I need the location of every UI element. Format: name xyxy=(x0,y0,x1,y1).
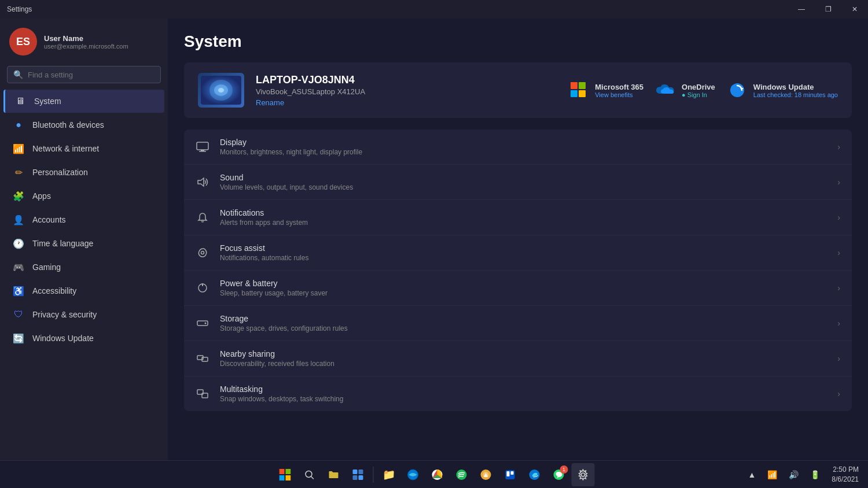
sidebar-item-label: Network & internet xyxy=(32,144,99,153)
rename-link[interactable]: Rename xyxy=(256,98,557,107)
settings-item-multitasking[interactable]: Multitasking Snap windows, desktops, tas… xyxy=(184,376,852,411)
sidebar-item-label: Accessibility xyxy=(32,286,76,295)
sidebar-item-network[interactable]: 📶 Network & internet xyxy=(3,137,164,160)
multitasking-text: Multitasking Snap windows, desktops, tas… xyxy=(220,385,827,403)
onedrive-title: OneDrive xyxy=(682,83,715,91)
taskbar-right: ▲ 📶 🔊 🔋 2:50 PM 8/6/2021 xyxy=(743,463,863,487)
device-model: VivoBook_ASUSLaptop X412UA xyxy=(256,87,557,96)
main-content: System LAPTOP-VJO8JN xyxy=(168,19,868,460)
chrome-button[interactable] xyxy=(426,463,449,486)
microsoft365-title: Microsoft 365 xyxy=(595,83,643,91)
sidebar-item-system[interactable]: 🖥 System xyxy=(3,90,164,113)
settings-item-power[interactable]: Power & battery Sleep, battery usage, ba… xyxy=(184,271,852,306)
close-button[interactable]: ✕ xyxy=(841,0,868,19)
chevron-icon: › xyxy=(837,213,840,222)
windowsupdate-info: Windows Update Last checked: 18 minutes … xyxy=(753,83,838,98)
sidebar-item-time[interactable]: 🕐 Time & language xyxy=(3,232,164,255)
personalization-icon: ✏ xyxy=(13,167,24,178)
sidebar-item-privacy[interactable]: 🛡 Privacy & security xyxy=(3,303,164,326)
file-explorer-button[interactable] xyxy=(322,463,345,486)
sound-text: Sound Volume levels, output, input, soun… xyxy=(220,173,827,191)
titlebar: Settings — ❐ ✕ xyxy=(0,0,868,19)
date-value: 8/6/2021 xyxy=(832,475,859,485)
sidebar-item-accounts[interactable]: 👤 Accounts xyxy=(3,208,164,231)
windowsupdate-subtitle: Last checked: 18 minutes ago xyxy=(753,91,838,98)
sidebar-item-label: Gaming xyxy=(32,263,61,272)
onedrive-icon xyxy=(655,80,676,101)
battery-icon: 🔋 xyxy=(810,470,820,479)
sidebar-item-update[interactable]: 🔄 Windows Update xyxy=(3,327,164,350)
svg-rect-33 xyxy=(353,475,358,480)
svg-rect-12 xyxy=(199,151,206,152)
system-tray[interactable]: ▲ xyxy=(743,468,760,482)
volume-icon: 🔊 xyxy=(789,470,799,479)
spotify-button[interactable] xyxy=(450,463,473,486)
settings-item-display[interactable]: Display Monitors, brightness, night ligh… xyxy=(184,130,852,165)
search-container: 🔍 xyxy=(0,62,168,89)
trello-button[interactable] xyxy=(499,463,522,486)
storage-title: Storage xyxy=(220,314,827,323)
volume-indicator[interactable]: 🔊 xyxy=(784,468,803,482)
maximize-button[interactable]: ❐ xyxy=(815,0,841,19)
settings-item-nearby[interactable]: Nearby sharing Discoverability, received… xyxy=(184,341,852,376)
sidebar-item-accessibility[interactable]: ♿ Accessibility xyxy=(3,279,164,302)
power-desc: Sleep, battery usage, battery saver xyxy=(220,289,827,297)
multitasking-icon xyxy=(196,387,209,401)
settings-item-storage[interactable]: Storage Storage space, drives, configura… xyxy=(184,306,852,341)
battery-indicator[interactable]: 🔋 xyxy=(806,468,825,482)
explorer-button[interactable]: 📁 xyxy=(377,463,400,486)
svg-point-39 xyxy=(457,469,467,480)
svg-rect-45 xyxy=(511,471,514,475)
bluetooth-icon: ● xyxy=(13,119,24,131)
sidebar-item-label: Time & language xyxy=(32,239,93,248)
chevron-icon: › xyxy=(837,142,840,151)
onedrive-action[interactable]: OneDrive ● Sign In xyxy=(655,80,715,101)
microsoft365-subtitle: View benefits xyxy=(595,91,643,98)
sidebar-nav: 🖥 System ● Bluetooth & devices 📶 Network… xyxy=(0,89,168,350)
sound-desc: Volume levels, output, input, sound devi… xyxy=(220,183,827,191)
settings-item-sound[interactable]: Sound Volume levels, output, input, soun… xyxy=(184,165,852,200)
clock[interactable]: 2:50 PM 8/6/2021 xyxy=(827,463,863,487)
settings-taskbar-button[interactable] xyxy=(572,463,595,486)
search-box[interactable]: 🔍 xyxy=(7,66,161,83)
whatsapp-button[interactable]: 1 xyxy=(547,463,571,486)
notifications-icon xyxy=(196,210,209,224)
device-name: LAPTOP-VJO8JNN4 xyxy=(256,74,557,86)
sidebar-item-label: Personalization xyxy=(32,168,88,177)
search-input[interactable] xyxy=(28,71,155,79)
chevron-icon: › xyxy=(837,178,840,187)
sidebar-item-gaming[interactable]: 🎮 Gaming xyxy=(3,256,164,279)
titlebar-controls: — ❐ ✕ xyxy=(788,0,868,19)
time-value: 2:50 PM xyxy=(832,465,859,475)
svg-line-30 xyxy=(311,476,314,479)
svg-rect-6 xyxy=(571,90,578,97)
focus-text: Focus assist Notifications, automatic ru… xyxy=(220,243,827,262)
microsoft365-action[interactable]: Microsoft 365 View benefits xyxy=(568,80,643,101)
app-container: ES User Name user@example.microsoft.com … xyxy=(0,19,868,460)
sound-icon xyxy=(196,175,209,189)
edge2-button[interactable] xyxy=(523,463,546,486)
accessibility-icon: ♿ xyxy=(13,285,24,297)
browser-button[interactable] xyxy=(402,463,425,486)
nearby-icon xyxy=(196,352,209,365)
sidebar-item-apps[interactable]: 🧩 Apps xyxy=(3,184,164,208)
svg-point-48 xyxy=(582,473,585,476)
taskbar-search-button[interactable] xyxy=(298,463,321,486)
photos-button[interactable] xyxy=(475,463,498,486)
notifications-text: Notifications Alerts from apps and syste… xyxy=(220,208,827,227)
wifi-icon: 📶 xyxy=(767,470,777,479)
power-title: Power & battery xyxy=(220,279,827,288)
windowsupdate-action[interactable]: Windows Update Last checked: 18 minutes … xyxy=(727,80,838,101)
sidebar-item-bluetooth[interactable]: ● Bluetooth & devices xyxy=(3,113,164,136)
svg-point-19 xyxy=(205,323,207,324)
svg-rect-32 xyxy=(359,469,363,474)
minimize-button[interactable]: — xyxy=(788,0,815,19)
wifi-indicator[interactable]: 📶 xyxy=(763,468,782,482)
sidebar-item-personalization[interactable]: ✏ Personalization xyxy=(3,161,164,184)
sidebar-item-label: Bluetooth & devices xyxy=(32,120,104,130)
settings-item-focus[interactable]: Focus assist Notifications, automatic ru… xyxy=(184,235,852,271)
widgets-button[interactable] xyxy=(347,463,370,486)
settings-list: Display Monitors, brightness, night ligh… xyxy=(184,130,852,411)
start-button[interactable] xyxy=(274,463,297,486)
settings-item-notifications[interactable]: Notifications Alerts from apps and syste… xyxy=(184,200,852,235)
